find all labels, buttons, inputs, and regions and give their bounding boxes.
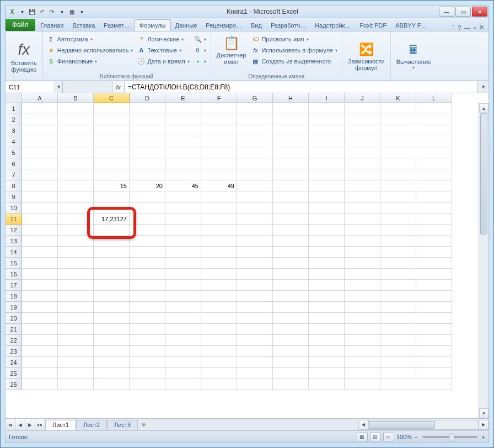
hscroll-left[interactable]: ◀: [358, 420, 368, 430]
cell[interactable]: [416, 335, 452, 346]
cell[interactable]: [380, 191, 416, 202]
cell[interactable]: [165, 158, 201, 169]
row-header[interactable]: 7: [6, 169, 22, 180]
cell[interactable]: [237, 147, 273, 158]
cell[interactable]: [345, 169, 380, 180]
cell[interactable]: [237, 269, 273, 280]
cell[interactable]: [273, 346, 309, 357]
cell[interactable]: [309, 191, 345, 202]
datetime-button[interactable]: 🕒Дата и время▾: [136, 57, 190, 66]
cell[interactable]: [345, 269, 380, 280]
cell[interactable]: [201, 368, 237, 379]
zoom-in-button[interactable]: +: [482, 434, 485, 440]
cell[interactable]: [130, 225, 165, 236]
cell[interactable]: [237, 191, 273, 202]
cell[interactable]: [237, 379, 273, 390]
cell[interactable]: [58, 280, 94, 291]
row-header[interactable]: 9: [6, 191, 22, 202]
cell[interactable]: [380, 302, 416, 313]
cell[interactable]: [58, 302, 94, 313]
cell[interactable]: [94, 280, 130, 291]
cell[interactable]: [201, 158, 237, 169]
cell[interactable]: [309, 103, 345, 114]
row-header[interactable]: 8: [6, 180, 22, 191]
file-tab[interactable]: Файл: [6, 19, 35, 31]
cell[interactable]: [273, 291, 309, 302]
cell[interactable]: [345, 180, 380, 191]
cell[interactable]: [237, 302, 273, 313]
cell[interactable]: [309, 269, 345, 280]
cell[interactable]: [416, 136, 452, 147]
cell[interactable]: 17,23127: [94, 214, 130, 225]
cell[interactable]: [94, 191, 130, 202]
cell[interactable]: [58, 324, 94, 335]
cell[interactable]: [416, 214, 452, 225]
cell[interactable]: [273, 225, 309, 236]
spreadsheet-area[interactable]: ABCDEFGHIJKL12345678152045499101117,2312…: [5, 93, 489, 419]
cell[interactable]: [58, 180, 94, 191]
cell[interactable]: [58, 103, 94, 114]
cell[interactable]: [345, 379, 380, 390]
cell[interactable]: [165, 269, 201, 280]
cell[interactable]: [309, 324, 345, 335]
cell[interactable]: [130, 291, 165, 302]
cell[interactable]: [345, 247, 380, 258]
cell[interactable]: [345, 214, 380, 225]
cell[interactable]: [22, 236, 58, 247]
text-button[interactable]: AТекстовые▾: [136, 46, 190, 55]
cell[interactable]: [345, 368, 380, 379]
cell[interactable]: [416, 324, 452, 335]
row-header[interactable]: 16: [6, 269, 22, 280]
cell[interactable]: [58, 368, 94, 379]
cell[interactable]: [165, 236, 201, 247]
cell[interactable]: [94, 169, 130, 180]
ribbon-tab[interactable]: Вид: [246, 20, 266, 31]
row-header[interactable]: 21: [6, 324, 22, 335]
cell[interactable]: [130, 136, 165, 147]
cell[interactable]: [165, 291, 201, 302]
cell[interactable]: [380, 357, 416, 368]
cell[interactable]: [416, 357, 452, 368]
cell[interactable]: 49: [201, 180, 237, 191]
cell[interactable]: [309, 169, 345, 180]
cell[interactable]: [201, 125, 237, 136]
cell[interactable]: [345, 236, 380, 247]
cell[interactable]: [94, 269, 130, 280]
logical-button[interactable]: ?Логические▾: [136, 35, 190, 44]
cell[interactable]: [345, 225, 380, 236]
cell[interactable]: [416, 258, 452, 269]
cell[interactable]: [237, 136, 273, 147]
column-header[interactable]: E: [165, 93, 201, 103]
cell[interactable]: [165, 103, 201, 114]
name-manager-button[interactable]: 📋 Диспетчер имен: [213, 33, 250, 68]
cell[interactable]: [58, 357, 94, 368]
sheet-tab[interactable]: Лист3: [107, 420, 138, 430]
cell[interactable]: [380, 269, 416, 280]
cell[interactable]: [273, 258, 309, 269]
cell[interactable]: [22, 158, 58, 169]
cell[interactable]: [309, 335, 345, 346]
cell[interactable]: [273, 247, 309, 258]
cell[interactable]: [22, 324, 58, 335]
cell[interactable]: [380, 125, 416, 136]
cell[interactable]: [58, 202, 94, 214]
cell[interactable]: [22, 368, 58, 379]
cell[interactable]: [345, 114, 380, 125]
cell[interactable]: [22, 379, 58, 390]
cell[interactable]: [94, 247, 130, 258]
cell[interactable]: [416, 247, 452, 258]
cell[interactable]: [58, 269, 94, 280]
cell[interactable]: [94, 225, 130, 236]
cell[interactable]: [380, 202, 416, 214]
column-header[interactable]: G: [237, 93, 273, 103]
cell[interactable]: [94, 236, 130, 247]
sheet-nav-prev[interactable]: ◀: [15, 419, 25, 430]
cell[interactable]: [380, 247, 416, 258]
cell[interactable]: [273, 236, 309, 247]
cell[interactable]: [273, 302, 309, 313]
row-header[interactable]: 25: [6, 368, 22, 379]
cell[interactable]: [416, 313, 452, 324]
cell[interactable]: [201, 346, 237, 357]
cell[interactable]: [94, 147, 130, 158]
zoom-level[interactable]: 100%: [396, 434, 412, 440]
